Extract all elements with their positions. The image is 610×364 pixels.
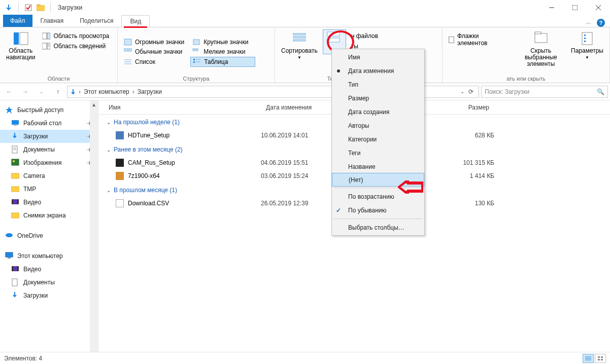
sidebar-onedrive[interactable]: OneDrive (0, 229, 98, 242)
svg-rect-41 (14, 125, 17, 126)
close-button[interactable] (587, 0, 610, 15)
dropdown-history-icon[interactable]: ⌄ (460, 89, 464, 94)
svg-rect-28 (293, 33, 306, 35)
recent-locations-button[interactable]: ⌄ (35, 85, 49, 99)
details-pane-button[interactable]: Область сведений (40, 42, 111, 51)
svg-rect-37 (584, 38, 586, 39)
svg-rect-63 (598, 356, 600, 358)
sidebar-screenshots[interactable]: Снимки экрана (0, 209, 98, 222)
view-details-button[interactable] (583, 354, 594, 363)
dropdown-item-date-modified[interactable]: Дата изменения (332, 64, 424, 78)
down-arrow-icon[interactable] (70, 88, 77, 95)
sidebar-tmp[interactable]: TMP (0, 183, 98, 196)
back-button[interactable]: ← (2, 85, 16, 99)
sidebar-downloads2[interactable]: Загрузки (0, 289, 98, 302)
maximize-button[interactable] (563, 0, 587, 15)
dropdown-item-tags[interactable]: Теги (332, 146, 424, 160)
svg-rect-16 (193, 40, 199, 45)
archive-icon (116, 172, 124, 180)
svg-rect-34 (535, 32, 541, 34)
tab-file[interactable]: Файл (3, 15, 32, 27)
folder-icon[interactable] (36, 3, 45, 12)
svg-point-46 (13, 160, 15, 162)
layout-list[interactable]: Список (122, 57, 186, 67)
svg-rect-19 (193, 49, 195, 51)
installer-icon (116, 159, 124, 167)
tab-home[interactable]: Главная (32, 15, 72, 27)
add-columns-button[interactable]: н файлов (349, 31, 395, 41)
dropdown-item-authors[interactable]: Авторы (332, 119, 424, 132)
item-checkboxes-toggle[interactable]: Флажки элементов (447, 31, 503, 48)
svg-rect-2 (37, 5, 40, 6)
tab-share[interactable]: Поделиться (72, 15, 121, 27)
svg-rect-47 (11, 173, 19, 178)
sidebar-video2[interactable]: Видео (0, 263, 98, 276)
svg-rect-15 (124, 39, 131, 45)
layout-medium-icons[interactable]: Обычные значки (122, 47, 186, 56)
sidebar-documents[interactable]: Документы📌 (0, 143, 98, 156)
svg-rect-26 (193, 61, 195, 63)
svg-rect-7 (14, 32, 19, 45)
svg-rect-66 (601, 359, 603, 360)
refresh-icon[interactable]: ⟳ (468, 88, 473, 95)
status-item-count: Элементов: 4 (4, 355, 42, 362)
sidebar-quick-access[interactable]: Быстрый доступ (0, 103, 98, 117)
up-button[interactable]: ↑ (51, 85, 65, 99)
dropdown-item-choose-columns[interactable]: Выбрать столбцы… (332, 221, 424, 234)
sort-button[interactable]: Сортировать ▼ (279, 29, 320, 61)
layout-huge-icons[interactable]: Огромные значки (122, 38, 186, 47)
collapse-ribbon-icon[interactable]: ︿ (586, 18, 592, 27)
layout-large-icons[interactable]: Крупные значки (190, 38, 255, 47)
svg-rect-11 (42, 43, 47, 49)
sidebar-downloads[interactable]: Загрузки📌 (0, 130, 98, 143)
svg-rect-58 (17, 266, 19, 271)
svg-rect-36 (584, 34, 586, 36)
svg-rect-33 (535, 33, 547, 43)
minimize-button[interactable] (540, 0, 563, 15)
preview-pane-button[interactable]: Область просмотра (40, 31, 111, 41)
svg-rect-48 (11, 187, 19, 192)
tab-view[interactable]: Вид (121, 15, 150, 27)
dropdown-item-title[interactable]: Название (332, 160, 424, 173)
column-size[interactable]: Размер (433, 104, 494, 111)
hide-selected-button[interactable]: Скрыть выбранные элементы (516, 29, 566, 68)
svg-rect-29 (293, 37, 306, 38)
sidebar-documents2[interactable]: Документы (0, 276, 98, 289)
svg-rect-24 (193, 59, 195, 60)
options-button[interactable]: Параметры ▼ (569, 29, 605, 61)
svg-rect-20 (196, 49, 198, 51)
dropdown-item-name[interactable]: Имя (332, 50, 424, 64)
navigation-pane-button[interactable]: Область навигации (4, 29, 37, 62)
svg-rect-65 (598, 359, 600, 360)
file-icon (116, 199, 124, 207)
installer-icon (116, 131, 124, 139)
search-icon[interactable]: 🔍 (597, 88, 604, 95)
svg-rect-59 (12, 279, 17, 286)
dropdown-item-type[interactable]: Тип (332, 78, 424, 91)
properties-icon[interactable] (24, 3, 33, 12)
svg-rect-50 (12, 199, 13, 204)
layout-small-icons[interactable]: Мелкие значки (190, 47, 255, 56)
sidebar-desktop[interactable]: Рабочий стол📌 (0, 117, 98, 130)
dropdown-item-descending[interactable]: ✓По убыванию (332, 203, 424, 217)
status-bar: Элементов: 4 (0, 352, 610, 364)
ribbon-tabs: Файл Главная Поделиться Вид ︿ ? (0, 15, 610, 27)
down-arrow-icon[interactable] (4, 3, 13, 12)
help-icon[interactable]: ? (597, 19, 605, 27)
dropdown-item-categories[interactable]: Категории (332, 132, 424, 146)
sidebar-camera[interactable]: Camera (0, 169, 98, 183)
column-name[interactable]: Имя (98, 104, 261, 111)
forward-button[interactable]: → (18, 85, 32, 99)
sidebar-this-pc[interactable]: Этот компьютер (0, 249, 98, 263)
sidebar-pictures[interactable]: Изображения📌 (0, 156, 98, 169)
layout-details[interactable]: Таблица (190, 57, 255, 67)
sidebar-video[interactable]: Видео (0, 196, 98, 209)
svg-rect-30 (293, 40, 306, 41)
svg-rect-10 (47, 33, 50, 39)
search-input[interactable]: Поиск: Загрузки 🔍 (481, 86, 608, 98)
sidebar-scrollbar[interactable]: ▴ (90, 100, 98, 352)
dropdown-item-date-created[interactable]: Дата создания (332, 105, 424, 119)
view-large-icons-button[interactable] (595, 354, 606, 363)
svg-rect-4 (572, 5, 578, 10)
dropdown-item-size[interactable]: Размер (332, 91, 424, 105)
